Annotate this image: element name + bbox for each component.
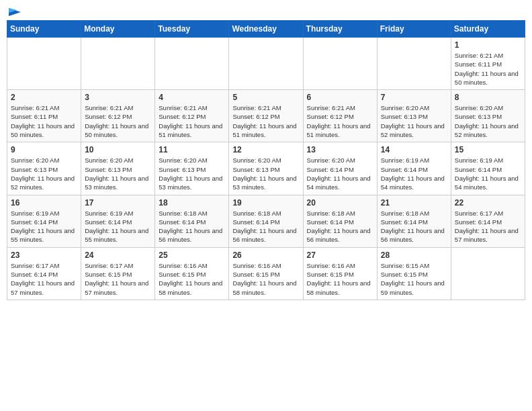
calendar-week-row: 1Sunrise: 6:21 AM Sunset: 6:11 PM Daylig… bbox=[7, 38, 525, 90]
day-info: Sunrise: 6:21 AM Sunset: 6:11 PM Dayligh… bbox=[455, 51, 521, 87]
day-info: Sunrise: 6:21 AM Sunset: 6:11 PM Dayligh… bbox=[11, 103, 77, 139]
day-number: 5 bbox=[232, 93, 299, 102]
day-number: 17 bbox=[85, 198, 151, 208]
day-number: 13 bbox=[307, 145, 373, 154]
day-number: 16 bbox=[11, 198, 77, 208]
calendar-day-25: 25Sunrise: 6:16 AM Sunset: 6:15 PM Dayli… bbox=[155, 247, 229, 300]
day-info: Sunrise: 6:21 AM Sunset: 6:12 PM Dayligh… bbox=[307, 103, 373, 139]
day-number: 2 bbox=[11, 93, 77, 102]
day-info: Sunrise: 6:17 AM Sunset: 6:15 PM Dayligh… bbox=[85, 261, 151, 297]
day-info: Sunrise: 6:17 AM Sunset: 6:14 PM Dayligh… bbox=[455, 209, 521, 244]
col-header-thursday: Thursday bbox=[303, 21, 377, 38]
day-info: Sunrise: 6:20 AM Sunset: 6:13 PM Dayligh… bbox=[159, 156, 225, 191]
day-info: Sunrise: 6:18 AM Sunset: 6:14 PM Dayligh… bbox=[307, 209, 373, 244]
day-number: 26 bbox=[232, 250, 299, 260]
page-header bbox=[7, 7, 525, 16]
day-number: 25 bbox=[159, 250, 225, 260]
day-info: Sunrise: 6:20 AM Sunset: 6:14 PM Dayligh… bbox=[307, 156, 373, 191]
day-info: Sunrise: 6:20 AM Sunset: 6:13 PM Dayligh… bbox=[11, 156, 77, 191]
calendar-day-empty bbox=[377, 38, 451, 90]
calendar-day-27: 27Sunrise: 6:16 AM Sunset: 6:15 PM Dayli… bbox=[303, 247, 377, 300]
calendar-day-empty bbox=[7, 38, 81, 90]
calendar-day-14: 14Sunrise: 6:19 AM Sunset: 6:14 PM Dayli… bbox=[377, 142, 451, 195]
col-header-tuesday: Tuesday bbox=[155, 21, 229, 38]
day-number: 10 bbox=[85, 145, 151, 154]
day-info: Sunrise: 6:19 AM Sunset: 6:14 PM Dayligh… bbox=[11, 209, 77, 244]
calendar-day-empty bbox=[229, 38, 303, 90]
calendar-day-12: 12Sunrise: 6:20 AM Sunset: 6:13 PM Dayli… bbox=[229, 142, 303, 195]
day-info: Sunrise: 6:17 AM Sunset: 6:14 PM Dayligh… bbox=[11, 261, 77, 297]
calendar-header-row: SundayMondayTuesdayWednesdayThursdayFrid… bbox=[7, 21, 525, 38]
calendar-day-7: 7Sunrise: 6:20 AM Sunset: 6:13 PM Daylig… bbox=[377, 90, 451, 142]
calendar-week-row: 23Sunrise: 6:17 AM Sunset: 6:14 PM Dayli… bbox=[7, 247, 525, 300]
calendar-day-4: 4Sunrise: 6:21 AM Sunset: 6:12 PM Daylig… bbox=[155, 90, 229, 142]
calendar-day-20: 20Sunrise: 6:18 AM Sunset: 6:14 PM Dayli… bbox=[303, 195, 377, 247]
calendar-day-15: 15Sunrise: 6:19 AM Sunset: 6:14 PM Dayli… bbox=[451, 142, 525, 195]
calendar-day-6: 6Sunrise: 6:21 AM Sunset: 6:12 PM Daylig… bbox=[303, 90, 377, 142]
day-info: Sunrise: 6:20 AM Sunset: 6:13 PM Dayligh… bbox=[232, 156, 299, 191]
day-info: Sunrise: 6:19 AM Sunset: 6:14 PM Dayligh… bbox=[85, 209, 151, 244]
calendar-day-19: 19Sunrise: 6:18 AM Sunset: 6:14 PM Dayli… bbox=[229, 195, 303, 247]
calendar-day-28: 28Sunrise: 6:15 AM Sunset: 6:15 PM Dayli… bbox=[377, 247, 451, 300]
day-info: Sunrise: 6:20 AM Sunset: 6:13 PM Dayligh… bbox=[85, 156, 151, 191]
day-number: 15 bbox=[455, 145, 521, 154]
calendar-day-empty bbox=[451, 247, 525, 300]
calendar-day-empty bbox=[303, 38, 377, 90]
day-info: Sunrise: 6:18 AM Sunset: 6:14 PM Dayligh… bbox=[381, 209, 447, 244]
day-number: 8 bbox=[455, 93, 521, 102]
calendar-day-18: 18Sunrise: 6:18 AM Sunset: 6:14 PM Dayli… bbox=[155, 195, 229, 247]
day-number: 12 bbox=[232, 145, 299, 154]
calendar-day-26: 26Sunrise: 6:16 AM Sunset: 6:15 PM Dayli… bbox=[229, 247, 303, 300]
day-info: Sunrise: 6:16 AM Sunset: 6:15 PM Dayligh… bbox=[307, 261, 373, 297]
calendar-day-21: 21Sunrise: 6:18 AM Sunset: 6:14 PM Dayli… bbox=[377, 195, 451, 247]
calendar-week-row: 16Sunrise: 6:19 AM Sunset: 6:14 PM Dayli… bbox=[7, 195, 525, 247]
day-number: 7 bbox=[381, 93, 447, 102]
day-number: 9 bbox=[11, 145, 77, 154]
col-header-wednesday: Wednesday bbox=[229, 21, 303, 38]
day-info: Sunrise: 6:19 AM Sunset: 6:14 PM Dayligh… bbox=[381, 156, 447, 191]
calendar-day-11: 11Sunrise: 6:20 AM Sunset: 6:13 PM Dayli… bbox=[155, 142, 229, 195]
day-info: Sunrise: 6:15 AM Sunset: 6:15 PM Dayligh… bbox=[381, 261, 447, 297]
calendar-day-2: 2Sunrise: 6:21 AM Sunset: 6:11 PM Daylig… bbox=[7, 90, 81, 142]
day-info: Sunrise: 6:19 AM Sunset: 6:14 PM Dayligh… bbox=[455, 156, 521, 191]
col-header-saturday: Saturday bbox=[451, 21, 525, 38]
calendar-day-empty bbox=[155, 38, 229, 90]
day-info: Sunrise: 6:21 AM Sunset: 6:12 PM Dayligh… bbox=[159, 103, 225, 139]
calendar-day-1: 1Sunrise: 6:21 AM Sunset: 6:11 PM Daylig… bbox=[451, 38, 525, 90]
calendar-day-3: 3Sunrise: 6:21 AM Sunset: 6:12 PM Daylig… bbox=[81, 90, 155, 142]
day-info: Sunrise: 6:18 AM Sunset: 6:14 PM Dayligh… bbox=[159, 209, 225, 244]
logo-flag-icon bbox=[7, 7, 22, 19]
day-number: 1 bbox=[455, 40, 521, 50]
day-number: 6 bbox=[307, 93, 373, 102]
day-number: 3 bbox=[85, 93, 151, 102]
day-number: 28 bbox=[381, 250, 447, 260]
day-number: 18 bbox=[159, 198, 225, 208]
day-number: 11 bbox=[159, 145, 225, 154]
day-info: Sunrise: 6:20 AM Sunset: 6:13 PM Dayligh… bbox=[381, 103, 447, 139]
day-number: 22 bbox=[455, 198, 521, 208]
col-header-monday: Monday bbox=[81, 21, 155, 38]
calendar-day-24: 24Sunrise: 6:17 AM Sunset: 6:15 PM Dayli… bbox=[81, 247, 155, 300]
calendar-day-13: 13Sunrise: 6:20 AM Sunset: 6:14 PM Dayli… bbox=[303, 142, 377, 195]
day-info: Sunrise: 6:20 AM Sunset: 6:13 PM Dayligh… bbox=[455, 103, 521, 139]
day-info: Sunrise: 6:16 AM Sunset: 6:15 PM Dayligh… bbox=[159, 261, 225, 297]
logo bbox=[7, 7, 22, 16]
day-info: Sunrise: 6:21 AM Sunset: 6:12 PM Dayligh… bbox=[85, 103, 151, 139]
day-number: 27 bbox=[307, 250, 373, 260]
day-info: Sunrise: 6:21 AM Sunset: 6:12 PM Dayligh… bbox=[232, 103, 299, 139]
day-number: 21 bbox=[381, 198, 447, 208]
calendar-day-16: 16Sunrise: 6:19 AM Sunset: 6:14 PM Dayli… bbox=[7, 195, 81, 247]
calendar-week-row: 9Sunrise: 6:20 AM Sunset: 6:13 PM Daylig… bbox=[7, 142, 525, 195]
calendar-day-5: 5Sunrise: 6:21 AM Sunset: 6:12 PM Daylig… bbox=[229, 90, 303, 142]
col-header-friday: Friday bbox=[377, 21, 451, 38]
day-number: 24 bbox=[85, 250, 151, 260]
day-number: 4 bbox=[159, 93, 225, 102]
calendar-day-23: 23Sunrise: 6:17 AM Sunset: 6:14 PM Dayli… bbox=[7, 247, 81, 300]
calendar-day-8: 8Sunrise: 6:20 AM Sunset: 6:13 PM Daylig… bbox=[451, 90, 525, 142]
day-info: Sunrise: 6:18 AM Sunset: 6:14 PM Dayligh… bbox=[232, 209, 299, 244]
col-header-sunday: Sunday bbox=[7, 21, 81, 38]
day-info: Sunrise: 6:16 AM Sunset: 6:15 PM Dayligh… bbox=[232, 261, 299, 297]
calendar-day-empty bbox=[81, 38, 155, 90]
calendar-day-9: 9Sunrise: 6:20 AM Sunset: 6:13 PM Daylig… bbox=[7, 142, 81, 195]
calendar-table: SundayMondayTuesdayWednesdayThursdayFrid… bbox=[7, 20, 525, 300]
